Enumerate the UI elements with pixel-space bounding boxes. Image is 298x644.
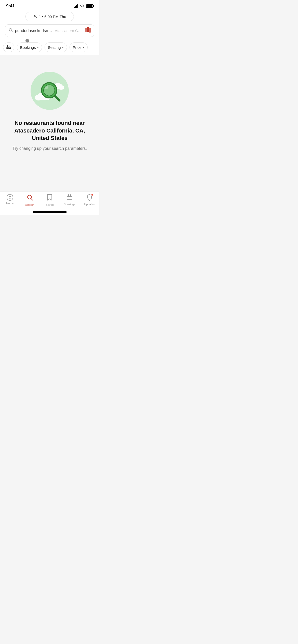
no-results-title: No restaurants found near Atascadero Cal… [11, 119, 88, 142]
scroll-indicator [25, 39, 29, 42]
price-label: Price [73, 45, 82, 50]
nav-item-updates[interactable]: Updates [79, 194, 99, 206]
svg-rect-0 [74, 7, 75, 8]
svg-point-15 [7, 46, 8, 47]
svg-point-4 [35, 15, 36, 16]
bookings-chevron: ▾ [37, 46, 39, 49]
no-results-illustration [29, 70, 70, 111]
svg-point-16 [9, 47, 10, 48]
bookings-label: Bookings [20, 45, 36, 50]
nav-item-bookings[interactable]: Bookings [60, 194, 79, 206]
updates-badge-dot [91, 194, 93, 196]
search-nav-icon [26, 194, 33, 202]
svg-line-6 [11, 31, 12, 32]
bookings-nav-icon [66, 194, 73, 202]
price-filter-button[interactable]: Price ▾ [70, 42, 88, 52]
seating-filter-button[interactable]: Seating ▾ [45, 42, 67, 52]
search-mag-icon [8, 28, 13, 34]
search-location-text: Atascadero Calif... [55, 28, 83, 33]
svg-rect-8 [87, 27, 89, 32]
nav-item-home[interactable]: Home [0, 194, 20, 205]
nav-item-saved[interactable]: Saved [40, 194, 60, 206]
header: 1 • 6:00 PM Thu pdndodnsnskndsnndk... At… [0, 10, 99, 40]
nav-label-home: Home [6, 202, 13, 205]
date-pill[interactable]: 1 • 6:00 PM Thu [25, 12, 74, 21]
empty-state: No restaurants found near Atascadero Cal… [0, 55, 99, 159]
saved-nav-icon [47, 194, 52, 202]
date-pill-text: 1 • 6:00 PM Thu [39, 14, 66, 19]
signal-icon [74, 4, 78, 8]
nav-item-search[interactable]: Search [20, 194, 40, 206]
svg-point-17 [8, 48, 9, 49]
filter-row: Bookings ▾ Seating ▾ Price ▾ [0, 40, 99, 55]
svg-rect-3 [77, 4, 78, 8]
filter-sliders-button[interactable] [3, 42, 14, 52]
no-results-subtitle: Try changing up your search parameters. [12, 145, 87, 152]
svg-rect-31 [67, 195, 72, 200]
status-bar: 9:41 [0, 0, 99, 10]
svg-point-23 [35, 95, 42, 100]
person-icon [33, 14, 37, 19]
home-icon [7, 194, 13, 201]
updates-badge-container [86, 194, 92, 202]
svg-rect-9 [89, 28, 91, 33]
search-bar[interactable]: pdndodnsnskndsnndk... Atascadero Calif..… [5, 24, 94, 37]
nav-label-search: Search [25, 203, 34, 206]
bookings-filter-button[interactable]: Bookings ▾ [17, 42, 42, 52]
nav-label-updates: Updates [84, 203, 95, 206]
nav-label-saved: Saved [46, 203, 53, 206]
search-query-text: pdndodnsnskndsnndk... [15, 28, 53, 33]
svg-point-26 [44, 85, 55, 96]
nav-label-bookings: Bookings [64, 203, 75, 206]
home-indicator [33, 211, 67, 213]
wifi-icon [80, 4, 85, 8]
battery-icon [86, 4, 93, 8]
svg-rect-1 [75, 6, 76, 8]
svg-line-30 [31, 199, 33, 200]
status-time: 9:41 [6, 4, 15, 9]
svg-rect-7 [85, 28, 87, 32]
price-chevron: ▾ [83, 46, 84, 49]
svg-point-21 [58, 85, 64, 90]
seating-chevron: ▾ [62, 46, 64, 49]
map-icon[interactable] [85, 27, 91, 34]
seating-label: Seating [48, 45, 61, 50]
home-inner-dot [9, 196, 11, 199]
status-icons [74, 4, 93, 8]
svg-rect-2 [76, 5, 77, 8]
